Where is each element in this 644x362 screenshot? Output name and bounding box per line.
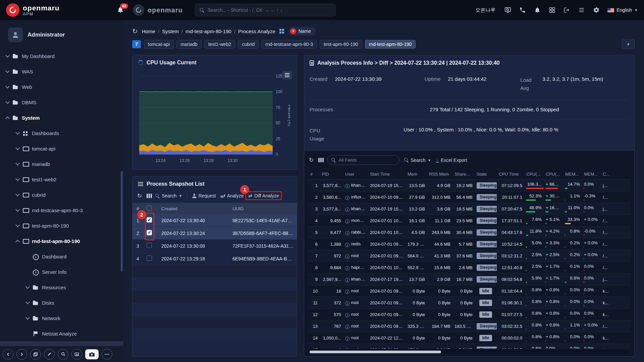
sidebar-item[interactable]: rnd-test-apm-80-190 — [0, 233, 123, 249]
process-row[interactable]: 8 9,684 ihaproxy 2024-07-01 10:09... 552… — [308, 262, 630, 274]
menu-hamburger-icon[interactable] — [578, 6, 585, 14]
breadcrumb-item[interactable]: System — [158, 28, 179, 34]
row-checkbox[interactable] — [147, 217, 152, 223]
sidebar-item[interactable]: System — [0, 110, 123, 125]
phone-icon[interactable] — [519, 6, 526, 14]
info-icon[interactable]: i — [345, 313, 350, 317]
column-header[interactable]: # — [308, 171, 320, 177]
row-checkbox[interactable] — [147, 230, 152, 235]
chart-menu-button[interactable] — [282, 71, 292, 79]
admin-profile[interactable]: Administrator — [0, 20, 123, 48]
process-row[interactable]: 5 8,477 irabbitmq 2024-07-01 10:03... 4.… — [308, 227, 630, 238]
tag-chip[interactable]: mariadb — [176, 40, 202, 49]
column-header[interactable]: CPU(... — [524, 171, 544, 177]
column-header[interactable]: Start Time — [368, 171, 406, 177]
column-header[interactable]: State — [475, 171, 497, 177]
breadcrumb-item[interactable]: Home — [142, 28, 155, 34]
excel-export-button[interactable]: ↓ Excel Export — [436, 158, 467, 163]
sidebar-item[interactable]: Dashboards — [0, 125, 123, 141]
column-header[interactable]: C... — [601, 171, 630, 177]
sidebar-item[interactable]: tomcat-api — [0, 141, 123, 156]
select-all-checkbox[interactable] — [147, 205, 152, 211]
process-row[interactable]: 15 1 iroot 2024-07-01 09:45... 173.6 MB … — [308, 344, 630, 349]
process-row[interactable]: 13 767 iroot 2024-07-01 09:46... 325.3 M… — [308, 320, 630, 332]
column-header[interactable]: Created — [159, 206, 230, 211]
info-icon[interactable]: i — [345, 219, 350, 224]
analyze-button[interactable]: Analyze — [221, 193, 244, 198]
process-row[interactable]: 11 372 iroot 2024-07-01 09:45... 0 Byte … — [308, 297, 630, 309]
edit-pencil-button[interactable] — [44, 349, 55, 360]
column-header[interactable]: PID — [320, 171, 343, 177]
info-icon[interactable]: i — [345, 325, 350, 329]
process-row[interactable]: 10 18 iroot 2024-07-01 09:45... 0 Byte 0… — [308, 285, 630, 297]
process-row[interactable]: 9 2,567,9... ikhanap... 2024-07-17 19:05… — [308, 274, 630, 285]
process-row[interactable]: 6 1,388 iredis 2024-07-01 09:46... 179.3… — [308, 238, 630, 250]
sidebar-item[interactable]: Network — [0, 310, 123, 326]
breadcrumb-item[interactable]: Process Analyze — [234, 28, 275, 34]
forward-button[interactable] — [16, 349, 27, 360]
sidebar-scrollbar[interactable] — [121, 171, 123, 272]
tag-chip[interactable]: tomcat-api — [144, 40, 174, 49]
request-button[interactable]: Request — [192, 193, 216, 198]
info-icon[interactable]: i — [345, 301, 350, 306]
column-header[interactable]: MEM... — [582, 171, 601, 177]
layout-grid-icon[interactable] — [279, 29, 284, 34]
alerts-bell-icon[interactable] — [534, 6, 541, 14]
sidebar-item[interactable]: cubrid — [0, 187, 123, 202]
process-row[interactable]: 7 972 iroot 2024-07-01 09:46... 564.0 MB… — [308, 250, 630, 262]
sidebar-item[interactable]: DBMS — [0, 95, 123, 110]
column-header[interactable]: RSS Mem — [427, 171, 452, 177]
process-row[interactable]: 14 1,050,0... iroot 2024-07-22 12:54... … — [308, 332, 630, 344]
column-header[interactable]: CPU(... — [544, 171, 563, 177]
screenshot-camera-button[interactable] — [85, 349, 99, 359]
back-button[interactable] — [3, 349, 13, 360]
tag-chip[interactable]: test-apm-80-190 — [320, 40, 362, 49]
language-selector[interactable]: English ▼ — [607, 7, 638, 13]
sidebar-item[interactable]: test-apm-80-190 — [0, 218, 123, 233]
info-icon[interactable]: i — [345, 254, 350, 259]
info-icon[interactable]: i — [345, 266, 350, 270]
column-header[interactable]: UUID — [230, 206, 297, 211]
tag-chip[interactable]: test1-web2 — [204, 40, 235, 49]
sidebar-item[interactable]: rnd-testcase-apm-80-3 — [0, 202, 123, 218]
info-icon[interactable]: i — [345, 243, 350, 247]
refresh-icon[interactable]: ↻ — [132, 28, 138, 35]
row-checkbox[interactable] — [147, 255, 152, 261]
tag-chip[interactable]: rnd-test-apm-80-190 — [365, 40, 416, 49]
sidebar-item[interactable]: mariadb — [0, 156, 123, 172]
global-search-input[interactable] — [208, 7, 331, 13]
column-header[interactable]: CPU Time — [497, 171, 524, 177]
notifications-bell-button[interactable]: 43 — [117, 6, 124, 14]
column-header[interactable]: Shared ... — [452, 171, 475, 177]
snapshot-search-button[interactable]: Search▼ — [155, 193, 182, 198]
settings-gear-icon[interactable] — [593, 6, 600, 14]
search-tool-button[interactable] — [58, 349, 68, 360]
snapshot-row[interactable]: 3 2024-07-22 13:30:09 72FE1F37-1015-462A… — [132, 240, 297, 252]
process-row[interactable]: 2 3,580,6... iinfluxdb 2024-07-10 09:33.… — [308, 191, 630, 203]
info-icon[interactable]: i — [345, 207, 350, 212]
table-search-button[interactable]: Search▼ — [404, 158, 431, 163]
sidebar-item[interactable]: Disks — [0, 295, 123, 310]
snapshot-row[interactable]: 4 2024-07-22 13:29:18 6E94E5B9-3BED-4EAA… — [132, 252, 297, 265]
copy-button[interactable] — [30, 349, 41, 360]
sidebar-item[interactable]: Netstat Analyze — [0, 326, 123, 341]
global-search[interactable] — [195, 4, 336, 16]
table-search[interactable] — [327, 155, 399, 165]
sidebar-item[interactable]: Web — [0, 79, 123, 95]
horizontal-scrollbar[interactable] — [309, 350, 630, 354]
tag-dropdown-button[interactable]: ▼ — [622, 40, 635, 49]
columns-icon[interactable] — [318, 158, 320, 162]
info-icon[interactable]: i — [345, 348, 350, 349]
tag-chip[interactable]: rnd-testcase-apm-80-3 — [261, 40, 317, 49]
info-icon[interactable]: i — [345, 184, 350, 188]
info-icon[interactable]: i — [345, 231, 350, 235]
sign-out-icon[interactable] — [563, 6, 571, 14]
sidebar-item[interactable]: Server Info — [0, 264, 123, 280]
sidebar-item[interactable]: My Dashboard — [0, 48, 123, 64]
refresh-icon[interactable]: ↻ — [137, 193, 142, 199]
process-row[interactable]: 12 570 iroot 2024-07-01 09:46... 0 Byte … — [308, 309, 630, 320]
column-header[interactable]: MEM... — [563, 171, 582, 177]
columns-icon[interactable] — [147, 194, 148, 198]
more-ellipsis-button[interactable] — [102, 349, 112, 360]
process-row[interactable]: 3 3,577,8... ikhanap... 2024-07-19 15:05… — [308, 203, 630, 215]
